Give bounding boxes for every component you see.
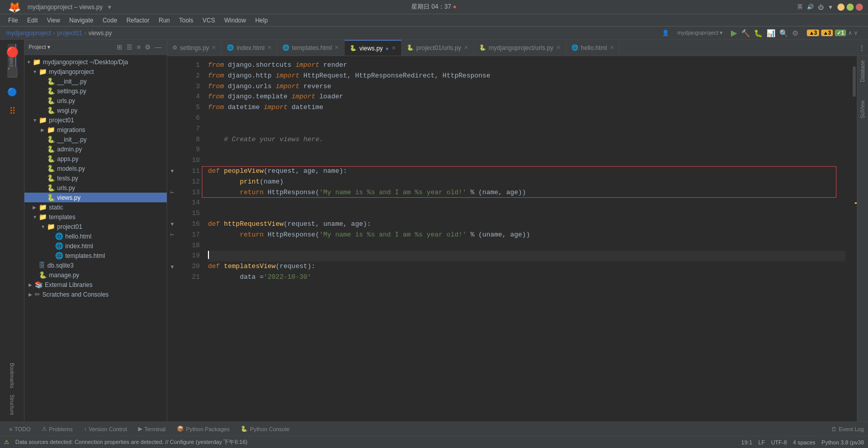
tree-item-scratches[interactable]: ▶ ✏ Scratches and Consoles bbox=[24, 289, 167, 299]
tree-item-admin[interactable]: 🐍 admin.py bbox=[24, 144, 167, 154]
tree-item-templates-html[interactable]: 🌐 templates.html bbox=[24, 251, 167, 260]
tree-item-external[interactable]: ▶ 📚 External Libraries bbox=[24, 280, 167, 289]
panel-icon-5[interactable]: — bbox=[154, 42, 163, 52]
menu-window[interactable]: Window bbox=[220, 16, 250, 25]
search-button[interactable]: 🔍 bbox=[779, 29, 788, 37]
tree-item-migrations[interactable]: ▶ 📁 migrations bbox=[24, 125, 167, 135]
tree-item-db[interactable]: 🗄 db.sqlite3 bbox=[24, 260, 167, 270]
mini-scrollbar[interactable] bbox=[852, 56, 857, 421]
close-button[interactable] bbox=[856, 4, 863, 11]
menu-code[interactable]: Code bbox=[98, 16, 121, 25]
panel-icon-3[interactable]: ≡ bbox=[136, 42, 142, 52]
panel-header: Project ▾ ⊞ ☰ ≡ ⚙ — bbox=[24, 40, 167, 55]
tree-item-models[interactable]: 🐍 models.py bbox=[24, 164, 167, 173]
close-tab-hello[interactable]: ✕ bbox=[610, 44, 614, 51]
warning-badge: ▲3 bbox=[821, 30, 833, 36]
terminal-icon[interactable]: ⬛ bbox=[4, 64, 20, 81]
bookmarks-tab[interactable]: Bookmarks bbox=[8, 361, 16, 390]
settings-button[interactable]: ⚙ bbox=[792, 29, 799, 37]
close-tab-views[interactable]: ✕ bbox=[391, 45, 396, 51]
tree-item-wsgi[interactable]: 🐍 wsgi.py bbox=[24, 106, 167, 115]
menu-edit[interactable]: Edit bbox=[23, 16, 42, 25]
apps-icon[interactable]: ⠿ bbox=[4, 103, 20, 119]
close-tab-mydjangoproject-urls[interactable]: ✕ bbox=[556, 44, 561, 51]
status-encoding[interactable]: UTF-8 bbox=[771, 439, 787, 445]
panel-dropdown[interactable]: Project ▾ bbox=[29, 44, 50, 50]
tree-item-static[interactable]: ▶ 📁 static bbox=[24, 202, 167, 212]
code-line-20: def templatesView(request): bbox=[208, 261, 846, 272]
tree-item-settings[interactable]: 🐍 settings.py bbox=[24, 86, 167, 96]
bottom-tab-vcs[interactable]: ↑ Version Control bbox=[78, 425, 132, 434]
bottom-tab-console[interactable]: 🐍 Python Console bbox=[235, 424, 295, 434]
panel-icon-2[interactable]: ☰ bbox=[125, 42, 134, 52]
tree-item-tests[interactable]: 🐍 tests.py bbox=[24, 173, 167, 183]
tab-templates[interactable]: 🌐 templates.html ✕ bbox=[277, 40, 345, 56]
code-line-14 bbox=[208, 198, 846, 208]
event-log-tab[interactable]: 🗒 Event Log bbox=[831, 426, 864, 433]
tree-item-init1[interactable]: 🐍 __init__.py bbox=[24, 76, 167, 86]
status-python[interactable]: Python 3.8 (pv38 bbox=[822, 439, 864, 445]
panel-icon-1[interactable]: ⊞ bbox=[116, 42, 123, 52]
tree-item-init2[interactable]: 🐍 __init__.py bbox=[24, 135, 167, 144]
run-button[interactable]: ▶ bbox=[731, 28, 737, 38]
breadcrumb-part1[interactable]: mydjangoproject bbox=[6, 30, 51, 37]
database-tab[interactable]: Database bbox=[858, 56, 867, 86]
status-indent[interactable]: 4 spaces bbox=[793, 439, 816, 445]
profile-button[interactable]: 📊 bbox=[767, 29, 775, 37]
tab-project01-urls[interactable]: 🐍 project01/urls.py ✕ bbox=[402, 40, 474, 56]
tree-item-project01-sub[interactable]: ▼ 📁 project01 bbox=[24, 222, 167, 231]
panel-icon-4[interactable]: ⚙ bbox=[144, 42, 152, 52]
bottom-tab-terminal[interactable]: ▶ Terminal bbox=[133, 424, 171, 434]
maximize-button[interactable] bbox=[847, 4, 854, 11]
status-position[interactable]: 19:1 bbox=[741, 439, 752, 445]
tab-settings[interactable]: ⚙ settings.py ✕ bbox=[167, 40, 222, 56]
close-tab-settings[interactable]: ✕ bbox=[212, 44, 216, 51]
close-tab-index[interactable]: ✕ bbox=[267, 44, 272, 51]
tree-item-project01[interactable]: ▼ 📁 project01 bbox=[24, 115, 167, 125]
tree-item-apps[interactable]: 🐍 apps.py bbox=[24, 154, 167, 164]
firefox-icon[interactable]: 🦊 bbox=[5, 0, 23, 16]
menu-refactor[interactable]: Refactor bbox=[122, 16, 153, 25]
tree-item-templates[interactable]: ▼ 📁 templates bbox=[24, 212, 167, 222]
menu-vcs[interactable]: VCS bbox=[198, 16, 219, 25]
tab-mydjangoproject-urls[interactable]: 🐍 mydjangoproject/urls.py ✕ bbox=[474, 40, 566, 56]
bottom-tab-todo[interactable]: ≡ TODO bbox=[4, 425, 36, 434]
tree-item-urls2[interactable]: 🐍 urls.py bbox=[24, 183, 167, 193]
tree-item-index[interactable]: 🌐 index.html bbox=[24, 241, 167, 251]
menu-view[interactable]: View bbox=[43, 16, 64, 25]
close-tab-project01-urls[interactable]: ✕ bbox=[464, 44, 468, 51]
bottom-tab-problems[interactable]: ⚠ Problems bbox=[37, 424, 77, 434]
menu-navigate[interactable]: Navigate bbox=[65, 16, 97, 25]
tree-item-manage[interactable]: 🐍 manage.py bbox=[24, 270, 167, 280]
build-button[interactable]: 🔨 bbox=[741, 29, 750, 37]
debug-button[interactable]: 🐛 bbox=[754, 29, 762, 37]
tree-item-hello[interactable]: 🌐 hello.html bbox=[24, 231, 167, 241]
menu-tools[interactable]: Tools bbox=[175, 16, 197, 25]
tree-item-urls1[interactable]: 🐍 urls.py bbox=[24, 96, 167, 106]
bottom-tab-packages[interactable]: 📦 Python Packages bbox=[172, 424, 235, 434]
tree-item-views[interactable]: 🐍 views.py bbox=[24, 193, 167, 202]
status-lf[interactable]: LF bbox=[758, 439, 765, 445]
tabs-overflow[interactable]: ⋮ bbox=[856, 40, 868, 56]
menu-file[interactable]: File bbox=[4, 16, 22, 25]
breadcrumb-part2[interactable]: project01 bbox=[57, 30, 82, 37]
menu-run[interactable]: Run bbox=[154, 16, 174, 25]
tabs-bar: ⚙ settings.py ✕ 🌐 index.html ✕ 🌐 templat… bbox=[167, 40, 868, 56]
warning-indicators: ▲3 ▲3 ✓1 ∧ ∨ bbox=[803, 29, 862, 37]
tab-views[interactable]: 🐍 views.py ● ✕ bbox=[345, 40, 402, 56]
menu-help[interactable]: Help bbox=[251, 16, 272, 25]
close-tab-templates[interactable]: ✕ bbox=[334, 44, 339, 51]
tab-index[interactable]: 🌐 index.html ✕ bbox=[222, 40, 277, 56]
pycharm-logo[interactable]: 🔵 bbox=[4, 84, 20, 100]
sciview-tab[interactable]: SciView bbox=[858, 96, 867, 122]
tree-root[interactable]: ▼ 📁 mydjangoproject ~/Desktop/Dja bbox=[24, 57, 167, 67]
tree-item-mydjangoproject[interactable]: ▼ 📁 mydjangoproject bbox=[24, 67, 167, 76]
code-editor[interactable]: from django.shortcuts import render from… bbox=[202, 56, 852, 421]
structure-tab[interactable]: Structure bbox=[8, 392, 16, 417]
project-selector[interactable]: mydjangoproject ▾ bbox=[673, 29, 727, 37]
minimize-button[interactable] bbox=[837, 4, 845, 11]
top-bar-left: 🦊 mydjangoproject – views.py ▼ bbox=[5, 0, 112, 16]
editor-content: ▼ ⊢ ▼ ⊢ ▼ 1 2 3 4 5 6 7 8 bbox=[167, 56, 868, 421]
tab-hello[interactable]: 🌐 hello.html ✕ bbox=[566, 40, 620, 56]
avatar-icon[interactable]: 👤 bbox=[662, 30, 669, 36]
